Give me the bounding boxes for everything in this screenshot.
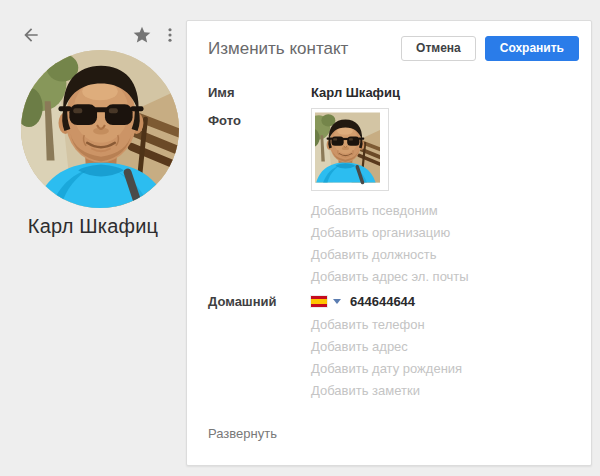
add-email-field[interactable]: Добавить адрес эл. почты [311,266,591,288]
photo-thumbnail-image [315,112,385,187]
add-birthday-field[interactable]: Добавить дату рождения [311,358,591,380]
photo-field-row: Фото [208,108,591,191]
add-address-field[interactable]: Добавить адрес [311,336,591,358]
contact-avatar[interactable] [21,50,179,208]
phone-type-label: Домашний [208,294,311,309]
edit-contact-card: Изменить контакт Отмена Сохранить Имя Ка… [186,20,592,466]
name-value-field[interactable]: Карл Шкафиц [311,85,400,100]
name-field-row: Имя Карл Шкафиц [208,82,591,102]
card-header: Изменить контакт Отмена Сохранить [187,21,591,61]
save-button[interactable]: Сохранить [485,36,579,61]
add-notes-field[interactable]: Добавить заметки [311,380,591,402]
kebab-menu-icon [161,26,179,44]
placeholder-group-top: Добавить псевдоним Добавить организацию … [208,200,591,288]
add-phone-field[interactable]: Добавить телефон [311,314,591,336]
photo-label: Фото [208,108,311,128]
name-label: Имя [208,85,311,100]
spain-flag-icon[interactable] [311,296,327,307]
contact-portrait-image [21,50,179,208]
expand-link[interactable]: Развернуть [208,426,277,441]
contact-form: Имя Карл Шкафиц Фото Добавить псевдоним … [187,82,591,442]
add-organization-field[interactable]: Добавить организацию [311,222,591,244]
star-icon [132,25,152,45]
phone-field-row: Домашний 644644644 [208,288,591,314]
add-job-title-field[interactable]: Добавить должность [311,244,591,266]
arrow-left-icon [21,25,41,45]
favorite-button[interactable] [132,25,152,45]
photo-thumbnail[interactable] [311,108,389,191]
contact-sidebar: Карл Шкафиц [0,0,186,476]
back-button[interactable] [21,25,41,45]
cancel-button[interactable]: Отмена [401,36,476,61]
phone-cell: 644644644 [311,294,415,309]
sidebar-toolbar [21,25,179,45]
page-title: Изменить контакт [208,39,401,59]
chevron-down-icon[interactable] [333,299,341,304]
contact-name: Карл Шкафиц [0,215,186,238]
add-nickname-field[interactable]: Добавить псевдоним [311,200,591,222]
more-menu-button[interactable] [161,26,179,44]
placeholder-group-bottom: Добавить телефон Добавить адрес Добавить… [208,314,591,402]
phone-number-field[interactable]: 644644644 [350,294,415,309]
